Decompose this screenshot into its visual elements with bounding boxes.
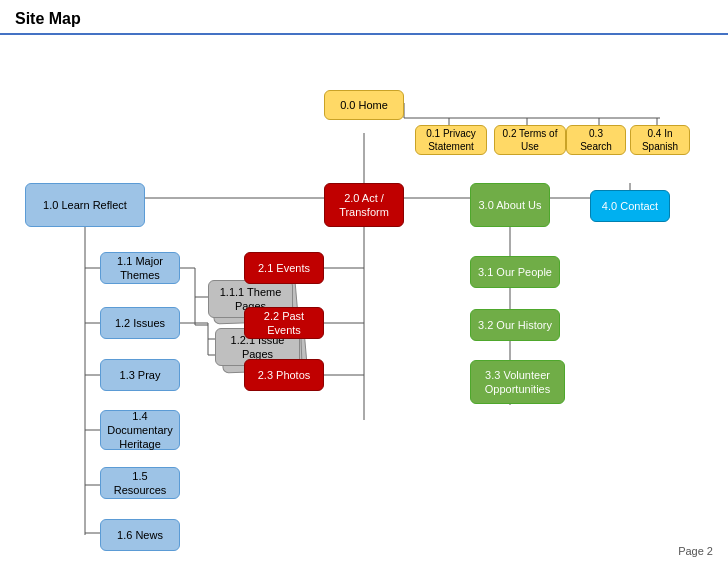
search-node: 0.3 Search [566, 125, 626, 155]
pray-node: 1.3 Pray [100, 359, 180, 391]
events-node: 2.1 Events [244, 252, 324, 284]
volunteer-node: 3.3 Volunteer Opportunities [470, 360, 565, 404]
terms-node: 0.2 Terms of Use [494, 125, 566, 155]
our-history-node: 3.2 Our History [470, 309, 560, 341]
our-people-node: 3.1 Our People [470, 256, 560, 288]
issues-node: 1.2 Issues [100, 307, 180, 339]
act-node: 2.0 Act / Transform [324, 183, 404, 227]
about-node: 3.0 About Us [470, 183, 550, 227]
privacy-node: 0.1 Privacy Statement [415, 125, 487, 155]
page-title: Site Map [0, 0, 728, 35]
major-themes-node: 1.1 Major Themes [100, 252, 180, 284]
learn-node: 1.0 Learn Reflect [25, 183, 145, 227]
page-number: Page 2 [678, 545, 713, 557]
resources-node: 1.5 Resources [100, 467, 180, 499]
past-events-node: 2.2 Past Events [244, 307, 324, 339]
home-node: 0.0 Home [324, 90, 404, 120]
news-node: 1.6 News [100, 519, 180, 551]
spanish-node: 0.4 In Spanish [630, 125, 690, 155]
documentary-node: 1.4 Documentary Heritage [100, 410, 180, 450]
contact-node: 4.0 Contact [590, 190, 670, 222]
photos-node: 2.3 Photos [244, 359, 324, 391]
